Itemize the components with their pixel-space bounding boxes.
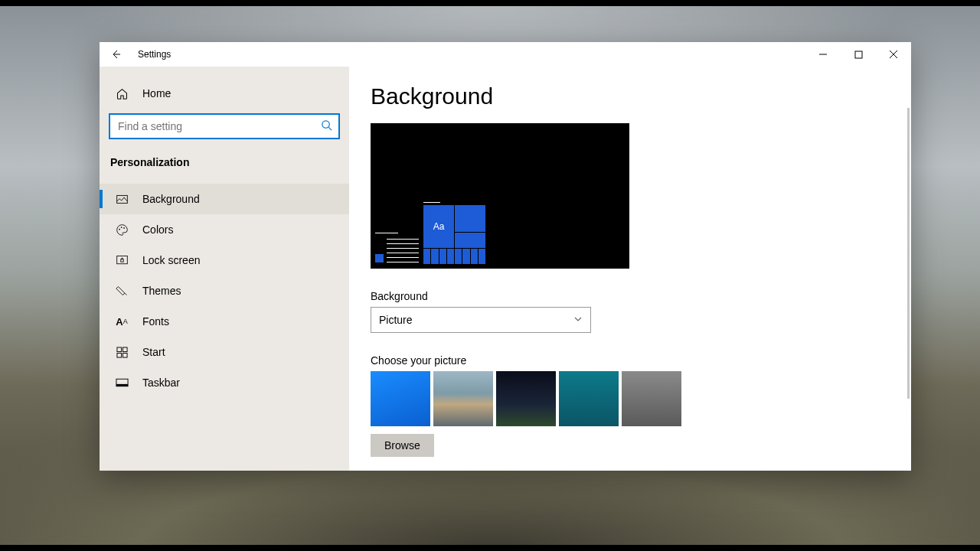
start-icon	[115, 345, 129, 359]
nav-label: Background	[142, 193, 200, 205]
page-title: Background	[371, 83, 890, 109]
preview-tile-aa: Aa	[423, 205, 454, 248]
search-icon	[321, 119, 332, 134]
preview-start-list	[375, 254, 384, 262]
fonts-icon: AA	[115, 315, 129, 328]
home-icon	[115, 86, 129, 100]
settings-window: Settings Home Personalization	[100, 42, 911, 471]
arrow-left-icon	[109, 48, 122, 60]
close-icon	[889, 50, 898, 59]
search-input[interactable]	[118, 120, 321, 132]
nav-label: Themes	[142, 285, 181, 297]
palette-icon	[115, 223, 129, 236]
nav-fonts[interactable]: AA Fonts	[100, 306, 349, 337]
svg-rect-13	[116, 384, 127, 386]
nav-start[interactable]: Start	[100, 337, 349, 367]
picture-icon	[115, 192, 129, 206]
nav-label: Fonts	[142, 315, 169, 328]
minimize-button[interactable]	[805, 42, 841, 67]
preview-tiles: Aa	[423, 205, 485, 264]
back-button[interactable]	[107, 46, 124, 63]
svg-point-3	[119, 228, 120, 230]
nav-colors[interactable]: Colors	[100, 214, 349, 245]
svg-rect-10	[116, 353, 121, 357]
window-title: Settings	[138, 49, 171, 60]
nav-label: Colors	[142, 223, 173, 236]
close-button[interactable]	[876, 42, 911, 67]
main-panel: Background	[349, 67, 911, 471]
nav-taskbar[interactable]: Taskbar	[100, 367, 349, 398]
maximize-icon	[854, 51, 863, 59]
picture-thumb-2[interactable]	[433, 371, 493, 426]
chevron-down-icon	[573, 314, 583, 326]
lock-screen-icon	[115, 253, 129, 267]
svg-point-5	[123, 227, 125, 229]
picture-thumb-1[interactable]	[371, 371, 430, 426]
maximize-button[interactable]	[841, 42, 876, 67]
svg-rect-11	[122, 353, 127, 357]
background-preview: Aa	[371, 123, 629, 269]
browse-button[interactable]: Browse	[371, 434, 434, 457]
nav-home[interactable]: Home	[100, 78, 349, 109]
svg-rect-9	[122, 347, 127, 351]
nav-themes[interactable]: Themes	[100, 276, 349, 306]
background-dropdown[interactable]: Picture	[371, 307, 591, 333]
nav-label: Start	[142, 346, 165, 358]
svg-rect-0	[855, 51, 862, 58]
picture-thumb-3[interactable]	[496, 371, 556, 426]
svg-rect-8	[116, 347, 121, 351]
nav-home-label: Home	[142, 87, 171, 99]
background-dropdown-label: Background	[371, 290, 890, 302]
svg-rect-6	[116, 256, 127, 263]
picture-thumbnails	[371, 371, 890, 426]
nav-label: Taskbar	[142, 377, 180, 389]
dropdown-value: Picture	[379, 314, 413, 326]
themes-icon	[115, 284, 129, 298]
search-box[interactable]	[109, 113, 340, 139]
svg-rect-7	[120, 259, 122, 261]
sidebar: Home Personalization Background Colors	[100, 67, 349, 471]
picture-thumb-4[interactable]	[559, 371, 619, 426]
svg-point-1	[322, 120, 329, 127]
svg-point-4	[120, 227, 122, 228]
picture-thumb-5[interactable]	[622, 371, 681, 426]
section-personalization: Personalization	[100, 145, 349, 171]
nav-background[interactable]: Background	[100, 184, 349, 214]
nav-lock-screen[interactable]: Lock screen	[100, 245, 349, 276]
titlebar: Settings	[100, 42, 911, 67]
minimize-icon	[818, 50, 828, 59]
taskbar-icon	[115, 376, 129, 390]
nav-label: Lock screen	[142, 254, 200, 266]
choose-picture-label: Choose your picture	[371, 354, 890, 367]
scrollbar[interactable]	[907, 108, 910, 399]
